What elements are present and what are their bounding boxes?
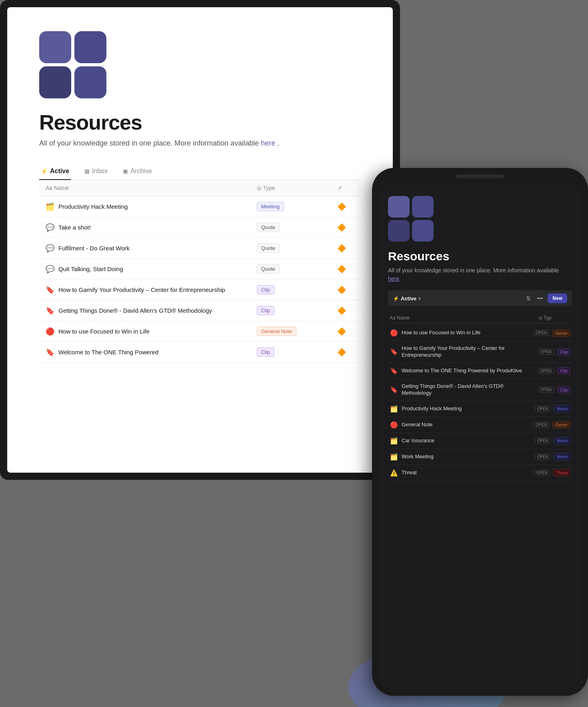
mobile-list-item[interactable]: 🗂️ Car Insurance OPEN Meeti — [388, 433, 572, 449]
row-icon: 💬 — [46, 265, 54, 274]
here-link[interactable]: here — [261, 139, 275, 147]
table-row[interactable]: 🔴 How to use Focused to Win in Life Gene… — [39, 321, 361, 342]
table-row[interactable]: 🔖 Welcome to The ONE Thing Powered Clip … — [39, 342, 361, 363]
mobile-here-link[interactable]: here — [388, 276, 399, 282]
table-row[interactable]: 🔖 How to Gamify Your Productivity – Cent… — [39, 280, 361, 300]
name-cell: 💬 Take a shot! — [46, 223, 244, 232]
type-badge: General Note — [257, 327, 296, 336]
laptop-screen: Resources All of your knowledge stored i… — [7, 7, 393, 473]
row-emoji: 🔶 — [337, 203, 346, 211]
archive-icon: ▣ — [123, 168, 128, 174]
table-header-row: Aa Name ◎ Type ↗ — [39, 180, 361, 196]
open-badge: OPEN — [534, 470, 550, 476]
mobile-new-button[interactable]: New — [548, 294, 567, 303]
mobile-sort-button[interactable]: ⇅ — [524, 294, 532, 302]
name-cell: 🔖 Welcome to The ONE Thing Powered — [46, 348, 244, 357]
mobile-active-badge[interactable]: ⚡ Active ∨ — [393, 296, 421, 302]
open-badge: OPEN — [533, 330, 549, 336]
open-badge: OPEN — [538, 349, 554, 355]
mobile-row-name: Getting Things Done® - David Allen's GTD… — [402, 383, 535, 397]
row-icon: 🗂️ — [46, 202, 54, 211]
mobile-list-item[interactable]: 🗂️ Productivity Hack Meeting OPEN Meeti — [388, 401, 572, 417]
mobile-type-badge: Gener — [552, 421, 570, 428]
mobile-content: Resources All of your knowledge stored i… — [378, 184, 582, 689]
mobile-row-name: How to use Focused to Win in Life — [402, 330, 530, 336]
row-name: Productivity Hack Meeting — [58, 203, 128, 210]
row-name: Fulfilment - Do Great Work — [58, 245, 130, 252]
mobile-list-item[interactable]: 🔖 Welcome to The ONE Thing Powered by Pr… — [388, 363, 572, 379]
mobile-row-icon: 🗂️ — [390, 453, 398, 461]
mobile-row-name: Threat — [402, 469, 531, 476]
table-row[interactable]: 💬 Fulfilment - Do Great Work Quote 🔶 — [39, 238, 361, 259]
mobile-th-name: Aa Name — [390, 315, 538, 321]
mobile-list-item[interactable]: 🔖 How to Gamify Your Productivity – Cent… — [388, 341, 572, 363]
mobile-row-icon: ⚠️ — [390, 469, 398, 477]
mobile-list-item[interactable]: 🔴 General Note OPEN Gener — [388, 417, 572, 433]
mobile-page-title: Resources — [388, 250, 572, 263]
open-badge: OPEN — [533, 422, 549, 428]
table-row[interactable]: 🗂️ Productivity Hack Meeting Meeting 🔶 — [39, 196, 361, 217]
page-description: All of your knowledge stored in one plac… — [39, 139, 361, 148]
mobile-row-icon: 🗂️ — [390, 437, 398, 445]
name-cell: 🔖 Getting Things Done® - David Allen's G… — [46, 306, 244, 315]
open-badge: OPEN — [535, 406, 551, 412]
mobile-row-name: Car Insurance — [402, 437, 532, 444]
mobile-list-item[interactable]: 🔖 Getting Things Done® - David Allen's G… — [388, 379, 572, 401]
mobile-row-icon: 🗂️ — [390, 405, 398, 413]
app-icon-cell-1 — [39, 31, 71, 63]
name-cell: 🔴 How to use Focused to Win in Life — [46, 327, 244, 336]
type-badge: Clip — [257, 348, 274, 357]
row-name: Getting Things Done® - David Allen's GTD… — [58, 307, 212, 314]
tab-inbox-label: Inbox — [92, 168, 108, 175]
col-header-extra: ↗ — [331, 180, 361, 196]
row-icon: 💬 — [46, 223, 54, 232]
type-badge: Quote — [257, 264, 280, 274]
table-row[interactable]: 🔖 Getting Things Done® - David Allen's G… — [39, 300, 361, 321]
mobile-list-item[interactable]: 🗂️ Work Meeting OPEN Meeti — [388, 449, 572, 465]
mobile-th-type: ◎ Typ — [538, 315, 570, 321]
mobile-icon-4 — [412, 220, 434, 242]
mobile-row-icon: 🔖 — [390, 367, 398, 375]
mobile-row-icon: 🔴 — [390, 329, 398, 337]
laptop-device: Resources All of your knowledge stored i… — [0, 0, 400, 480]
mobile-list-item[interactable]: ⚠️ Threat OPEN Threa — [388, 465, 572, 481]
page-title: Resources — [39, 110, 361, 134]
open-badge: OPEN — [538, 368, 554, 374]
mobile-screen: Resources All of your knowledge stored i… — [378, 184, 582, 689]
mobile-icon-2 — [412, 196, 434, 218]
name-cell: 🔖 How to Gamify Your Productivity – Cent… — [46, 286, 244, 294]
tab-archive[interactable]: ▣ Archive — [121, 164, 153, 180]
mobile-row-name: Work Meeting — [402, 453, 532, 460]
table-row[interactable]: 💬 Quit Talking, Start Doing Quote 🔶 — [39, 259, 361, 280]
row-name: Welcome to The ONE Thing Powered — [58, 349, 158, 355]
tab-active[interactable]: ⚡ Active — [39, 164, 71, 180]
table-row[interactable]: 💬 Take a shot! Quote 🔶 — [39, 217, 361, 238]
name-cell: 💬 Fulfilment - Do Great Work — [46, 244, 244, 253]
mobile-table-header: Aa Name ◎ Typ — [388, 313, 572, 324]
mobile-row-name: How to Gamify Your Productivity – Center… — [402, 345, 535, 359]
row-emoji: 🔶 — [337, 328, 346, 336]
type-badge: Meeting — [257, 202, 284, 211]
mobile-row-name: Productivity Hack Meeting — [402, 405, 532, 412]
row-name: Take a shot! — [58, 224, 91, 231]
tab-inbox[interactable]: ▦ Inbox — [83, 164, 109, 180]
app-icon-cell-4 — [74, 66, 106, 98]
open-badge: OPEN — [535, 438, 551, 444]
mobile-list-item[interactable]: 🔴 How to use Focused to Win in Life OPEN… — [388, 325, 572, 341]
mobile-type-badge: Meeti — [554, 405, 570, 412]
app-icon — [39, 31, 361, 98]
type-badge: Quote — [257, 223, 280, 232]
row-icon: 🔴 — [46, 327, 54, 336]
mobile-row-icon: 🔴 — [390, 421, 398, 429]
row-icon: 🔖 — [46, 306, 54, 315]
row-name: Quit Talking, Start Doing — [58, 266, 123, 272]
mobile-toolbar: ⚡ Active ∨ ⇅ ••• New — [388, 290, 572, 306]
row-emoji: 🔶 — [337, 244, 346, 252]
mobile-type-badge: Clip — [557, 348, 570, 355]
mobile-icon-1 — [388, 196, 410, 218]
mobile-description: All of your knowledge stored in one plac… — [388, 266, 572, 283]
mobile-chevron-icon: ∨ — [418, 296, 421, 301]
mobile-more-button[interactable]: ••• — [536, 294, 545, 302]
mobile-row-icon: 🔖 — [390, 386, 398, 393]
row-emoji: 🔶 — [337, 348, 346, 356]
